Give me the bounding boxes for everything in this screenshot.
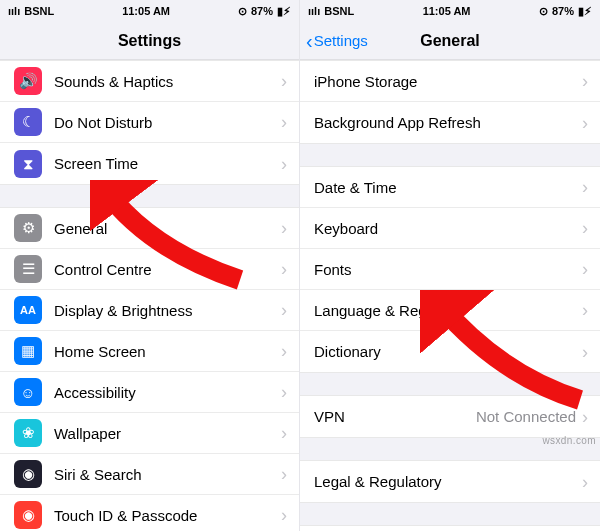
row-legal-regulatory[interactable]: Legal & Regulatory › xyxy=(300,461,600,502)
row-sounds[interactable]: 🔊 Sounds & Haptics › xyxy=(0,61,299,102)
battery-percent: 87% xyxy=(552,5,574,17)
chevron-right-icon: › xyxy=(281,260,287,278)
row-label: Fonts xyxy=(314,261,582,278)
chevron-right-icon: › xyxy=(281,219,287,237)
nav-bar: ‹ Settings General xyxy=(300,22,600,60)
chevron-right-icon: › xyxy=(582,219,588,237)
row-background-app-refresh[interactable]: Background App Refresh › xyxy=(300,102,600,143)
chevron-right-icon: › xyxy=(281,72,287,90)
chevron-right-icon: › xyxy=(281,155,287,173)
chevron-right-icon: › xyxy=(582,72,588,90)
row-iphone-storage[interactable]: iPhone Storage › xyxy=(300,61,600,102)
row-do-not-disturb[interactable]: ☾ Do Not Disturb › xyxy=(0,102,299,143)
signal-bars-icon: ıılı xyxy=(308,5,320,17)
row-keyboard[interactable]: Keyboard › xyxy=(300,208,600,249)
clock: 11:05 AM xyxy=(423,5,471,17)
row-label: Siri & Search xyxy=(54,466,281,483)
group-gap xyxy=(0,185,299,207)
chevron-right-icon: › xyxy=(582,301,588,319)
row-accessibility[interactable]: ☺︎ Accessibility › xyxy=(0,372,299,413)
page-title: Settings xyxy=(118,32,181,50)
row-label: iPhone Storage xyxy=(314,73,582,90)
row-touchid-passcode[interactable]: ◉ Touch ID & Passcode › xyxy=(0,495,299,531)
row-date-time[interactable]: Date & Time › xyxy=(300,167,600,208)
general-group-legal: Legal & Regulatory › xyxy=(300,460,600,503)
row-label: Display & Brightness xyxy=(54,302,281,319)
row-label: Control Centre xyxy=(54,261,281,278)
row-reset[interactable]: Reset › xyxy=(300,526,600,531)
row-display-brightness[interactable]: AA Display & Brightness › xyxy=(0,290,299,331)
chevron-right-icon: › xyxy=(582,178,588,196)
row-label: Accessibility xyxy=(54,384,281,401)
sounds-icon: 🔊 xyxy=(14,67,42,95)
row-label: Touch ID & Passcode xyxy=(54,507,281,524)
chevron-right-icon: › xyxy=(281,342,287,360)
chevron-right-icon: › xyxy=(281,301,287,319)
siri-icon: ◉ xyxy=(14,460,42,488)
group-gap xyxy=(300,373,600,395)
general-group-vpn: VPN Not Connected › xyxy=(300,395,600,438)
back-button[interactable]: ‹ Settings xyxy=(306,31,368,51)
settings-scroll[interactable]: 🔊 Sounds & Haptics › ☾ Do Not Disturb › … xyxy=(0,60,299,531)
fingerprint-icon: ◉ xyxy=(14,501,42,529)
chevron-right-icon: › xyxy=(582,260,588,278)
row-language-region[interactable]: Language & Region › xyxy=(300,290,600,331)
alarm-icon: ⊙ xyxy=(539,5,548,18)
battery-icon: ▮⚡︎ xyxy=(277,5,291,18)
back-label: Settings xyxy=(314,32,368,49)
chevron-right-icon: › xyxy=(582,473,588,491)
chevron-right-icon: › xyxy=(582,114,588,132)
row-value: Not Connected xyxy=(476,408,576,425)
screen-general: ıılı BSNL 11:05 AM ⊙ 87% ▮⚡︎ ‹ Settings … xyxy=(300,0,600,531)
row-label: Wallpaper xyxy=(54,425,281,442)
row-label: Home Screen xyxy=(54,343,281,360)
row-label: Screen Time xyxy=(54,155,281,172)
chevron-left-icon: ‹ xyxy=(306,31,313,51)
row-home-screen[interactable]: ▦ Home Screen › xyxy=(0,331,299,372)
row-label: VPN xyxy=(314,408,476,425)
wallpaper-icon: ❀ xyxy=(14,419,42,447)
row-label: Date & Time xyxy=(314,179,582,196)
screen-settings: ıılı BSNL 11:05 AM ⊙ 87% ▮⚡︎ Settings 🔊 … xyxy=(0,0,300,531)
battery-percent: 87% xyxy=(251,5,273,17)
clock: 11:05 AM xyxy=(122,5,170,17)
row-label: Background App Refresh xyxy=(314,114,582,131)
row-wallpaper[interactable]: ❀ Wallpaper › xyxy=(0,413,299,454)
home-icon: ▦ xyxy=(14,337,42,365)
display-icon: AA xyxy=(14,296,42,324)
status-bar: ıılı BSNL 11:05 AM ⊙ 87% ▮⚡︎ xyxy=(0,0,299,22)
row-vpn[interactable]: VPN Not Connected › xyxy=(300,396,600,437)
status-bar: ıılı BSNL 11:05 AM ⊙ 87% ▮⚡︎ xyxy=(300,0,600,22)
accessibility-icon: ☺︎ xyxy=(14,378,42,406)
row-label: Legal & Regulatory xyxy=(314,473,582,490)
row-control-centre[interactable]: ☰ Control Centre › xyxy=(0,249,299,290)
row-general[interactable]: ⚙︎ General › xyxy=(0,208,299,249)
row-label: General xyxy=(54,220,281,237)
chevron-right-icon: › xyxy=(281,113,287,131)
chevron-right-icon: › xyxy=(582,408,588,426)
general-group-prefs: Date & Time › Keyboard › Fonts › Languag… xyxy=(300,166,600,373)
general-group-storage: iPhone Storage › Background App Refresh … xyxy=(300,60,600,144)
general-group-reset: Reset › xyxy=(300,525,600,531)
screentime-icon: ⧗ xyxy=(14,150,42,178)
row-label: Do Not Disturb xyxy=(54,114,281,131)
page-title: General xyxy=(420,32,480,50)
row-dictionary[interactable]: Dictionary › xyxy=(300,331,600,372)
dnd-icon: ☾ xyxy=(14,108,42,136)
row-siri-search[interactable]: ◉ Siri & Search › xyxy=(0,454,299,495)
row-screen-time[interactable]: ⧗ Screen Time › xyxy=(0,143,299,184)
chevron-right-icon: › xyxy=(281,383,287,401)
row-label: Keyboard xyxy=(314,220,582,237)
chevron-right-icon: › xyxy=(281,424,287,442)
row-fonts[interactable]: Fonts › xyxy=(300,249,600,290)
chevron-right-icon: › xyxy=(281,465,287,483)
carrier-label: BSNL xyxy=(24,5,54,17)
group-gap xyxy=(300,503,600,525)
gear-icon: ⚙︎ xyxy=(14,214,42,242)
chevron-right-icon: › xyxy=(281,506,287,524)
nav-bar: Settings xyxy=(0,22,299,60)
general-scroll[interactable]: iPhone Storage › Background App Refresh … xyxy=(300,60,600,531)
signal-bars-icon: ıılı xyxy=(8,5,20,17)
battery-icon: ▮⚡︎ xyxy=(578,5,592,18)
row-label: Dictionary xyxy=(314,343,582,360)
